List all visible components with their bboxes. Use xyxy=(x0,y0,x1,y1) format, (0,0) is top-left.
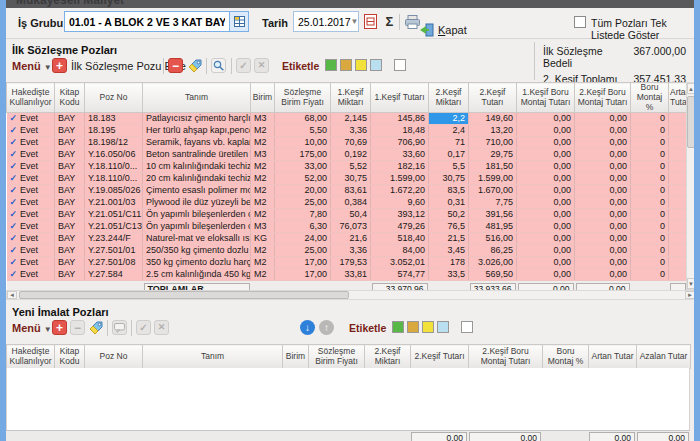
cell-extra[interactable] xyxy=(669,113,687,125)
column-header[interactable]: Tanım xyxy=(143,345,283,369)
cell-k2m[interactable]: 50,2 xyxy=(429,209,469,221)
cell-k2m[interactable]: 5,5 xyxy=(429,161,469,173)
contract-row[interactable]: ✓EvetBAYY.23.244/FNaturel-mat ve eloksal… xyxy=(7,233,687,245)
cell-pct[interactable]: 0 xyxy=(631,245,669,257)
cell-k1m[interactable]: 0,384 xyxy=(331,197,371,209)
cell-extra[interactable] xyxy=(669,245,687,257)
cell-tanim[interactable]: 20 cm kalınlığındaki techizatsı... xyxy=(143,173,251,185)
cell-poz[interactable]: 18.195 xyxy=(85,125,143,137)
cell-tanim[interactable]: Her türlü ahşap kapı,pencer... xyxy=(143,125,251,137)
cell-poz[interactable]: 18.183 xyxy=(85,113,143,125)
scroll-left-icon[interactable]: ◄ xyxy=(7,291,17,299)
cell-poz[interactable]: Y.27.584 xyxy=(85,269,143,281)
cell-used[interactable]: ✓Evet xyxy=(7,197,55,209)
column-header[interactable]: Artan Tutar xyxy=(669,83,687,113)
cell-k2t[interactable]: 569,50 xyxy=(469,269,517,281)
cell-bf[interactable]: 20,00 xyxy=(275,185,331,197)
cell-b2[interactable]: 0,00 xyxy=(575,173,631,185)
cell-k1t[interactable]: 574,77 xyxy=(371,269,429,281)
cell-pct[interactable]: 0 xyxy=(631,173,669,185)
new-menu-button[interactable]: Menü ▼ xyxy=(12,322,52,334)
cell-k2t[interactable]: 86,25 xyxy=(469,245,517,257)
cell-kitap[interactable]: BAY xyxy=(55,233,85,245)
cell-poz[interactable]: 18.198/12 xyxy=(85,137,143,149)
cell-b2[interactable]: 0,00 xyxy=(575,113,631,125)
cell-extra[interactable] xyxy=(669,209,687,221)
contract-row[interactable]: ✓EvetBAYY.21.001/03Plywood ile düz yüzey… xyxy=(7,197,687,209)
move-up-button-disabled[interactable]: ↑ xyxy=(319,320,334,335)
cell-k2t[interactable]: 391,56 xyxy=(469,209,517,221)
cell-k2t[interactable]: 481,95 xyxy=(469,221,517,233)
cell-k2m[interactable]: 2,4 xyxy=(429,125,469,137)
cell-poz[interactable]: Y.19.085/026 xyxy=(85,185,143,197)
cell-kitap[interactable]: BAY xyxy=(55,173,85,185)
cell-tanim[interactable]: 250/350 kg çimento dozlu ka... xyxy=(143,245,251,257)
column-header[interactable]: 2.Keşif Tutarı xyxy=(469,83,517,113)
cell-k1t[interactable]: 33,60 xyxy=(371,149,429,161)
reject-button-disabled[interactable]: ✕ xyxy=(154,320,169,335)
cell-kitap[interactable]: BAY xyxy=(55,185,85,197)
cell-used[interactable]: ✓Evet xyxy=(7,161,55,173)
cell-birim[interactable]: M2 xyxy=(251,137,275,149)
cell-birim[interactable]: M3 xyxy=(251,149,275,161)
cell-birim[interactable]: M2 xyxy=(251,209,275,221)
contract-row[interactable]: ✓EvetBAYY.18.110/0...10 cm kalınlığındak… xyxy=(7,161,687,173)
approve-button-disabled[interactable]: ✓ xyxy=(136,320,151,335)
cell-pct[interactable]: 0 xyxy=(631,137,669,149)
single-list-checkbox[interactable] xyxy=(574,16,586,28)
cell-bf[interactable]: 17,00 xyxy=(275,257,331,269)
cell-bf[interactable]: 25,00 xyxy=(275,245,331,257)
cell-kitap[interactable]: BAY xyxy=(55,125,85,137)
cell-kitap[interactable]: BAY xyxy=(55,149,85,161)
column-header[interactable]: 1.Keşif Miktarı xyxy=(331,83,371,113)
cell-kitap[interactable]: BAY xyxy=(55,209,85,221)
cell-birim[interactable]: M3 xyxy=(251,221,275,233)
cell-used[interactable]: ✓Evet xyxy=(7,221,55,233)
cell-b1[interactable]: 0,00 xyxy=(517,173,575,185)
cell-k2m[interactable]: 21,5 xyxy=(429,233,469,245)
column-header[interactable]: Poz No xyxy=(85,83,143,113)
cell-birim[interactable]: M2 xyxy=(251,257,275,269)
tag-color-swatch[interactable] xyxy=(355,59,367,71)
cell-k2m[interactable]: 33,5 xyxy=(429,269,469,281)
cell-k2t[interactable]: 13,20 xyxy=(469,125,517,137)
contract-row[interactable]: ✓EvetBAYY.27.501/01250/350 kg çimento do… xyxy=(7,245,687,257)
tag-color-swatch[interactable] xyxy=(437,321,449,333)
cell-bf[interactable]: 10,00 xyxy=(275,137,331,149)
cell-k2m[interactable]: 2,2 xyxy=(429,113,469,125)
cell-poz[interactable]: Y.27.501/01 xyxy=(85,245,143,257)
cell-poz[interactable]: Y.18.110/0... xyxy=(85,173,143,185)
add-new-poz-button[interactable]: + xyxy=(52,320,67,335)
cell-b2[interactable]: 0,00 xyxy=(575,245,631,257)
cell-k1m[interactable]: 179,53 xyxy=(331,257,371,269)
cell-k1t[interactable]: 706,90 xyxy=(371,137,429,149)
cell-tanim[interactable]: Çimento esaslı polimer modifi... xyxy=(143,185,251,197)
cell-k1m[interactable]: 50,4 xyxy=(331,209,371,221)
cell-k1m[interactable]: 70,69 xyxy=(331,137,371,149)
cell-k1t[interactable]: 182,16 xyxy=(371,161,429,173)
cell-k2m[interactable]: 71 xyxy=(429,137,469,149)
cell-pct[interactable]: 0 xyxy=(631,221,669,233)
column-header[interactable]: Hakedişte Kullanılıyor xyxy=(7,345,55,369)
cell-bf[interactable]: 25,00 xyxy=(275,197,331,209)
cell-k2m[interactable]: 83,5 xyxy=(429,185,469,197)
cell-k2t[interactable]: 181,50 xyxy=(469,161,517,173)
cell-extra[interactable] xyxy=(669,185,687,197)
cell-b1[interactable]: 0,00 xyxy=(517,161,575,173)
cell-k2m[interactable]: 76,5 xyxy=(429,221,469,233)
cell-kitap[interactable]: BAY xyxy=(55,137,85,149)
column-header[interactable]: Kitap Kodu xyxy=(55,83,85,113)
column-header[interactable]: 2.Keşif Miktarı xyxy=(365,345,411,369)
cell-k2t[interactable]: 1.670,00 xyxy=(469,185,517,197)
cell-tanim[interactable]: Naturel-mat ve eloksallı ısı ya... xyxy=(143,233,251,245)
cell-bf[interactable]: 52,00 xyxy=(275,173,331,185)
cell-b1[interactable]: 0,00 xyxy=(517,137,575,149)
cell-used[interactable]: ✓Evet xyxy=(7,173,55,185)
cell-poz[interactable]: Y.21.051/C13 xyxy=(85,221,143,233)
column-header[interactable]: 2.Keşif Boru Montaj Tutarı xyxy=(575,83,631,113)
cell-birim[interactable]: M2 xyxy=(251,125,275,137)
cell-b1[interactable]: 0,00 xyxy=(517,185,575,197)
reject-button-disabled[interactable]: ✕ xyxy=(254,58,269,73)
cell-tanim[interactable]: Ön yapımlı bileşenlerden oluş... xyxy=(143,209,251,221)
column-header[interactable]: Poz No xyxy=(85,345,143,369)
